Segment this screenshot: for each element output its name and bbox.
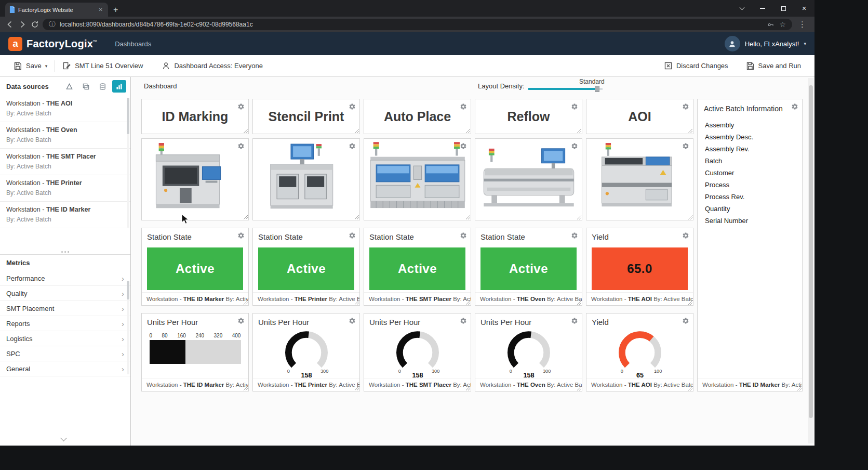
save-button[interactable]: Save ▾: [8, 55, 52, 76]
metrics-scrollbar[interactable]: [127, 281, 129, 374]
metrics-item-quality[interactable]: Quality›: [0, 286, 130, 301]
back-button[interactable]: [5, 20, 15, 29]
widget-settings-gear-icon[interactable]: [349, 317, 356, 324]
datasource-filter-variables-button[interactable]: [62, 80, 76, 93]
widget-settings-gear-icon[interactable]: [682, 142, 689, 150]
data-source-item-printer[interactable]: Workstation - THE Printer By: Active Bat…: [0, 175, 130, 202]
datasource-filter-chart-button[interactable]: [112, 80, 126, 93]
widget-settings-gear-icon[interactable]: [682, 317, 689, 324]
new-tab-button[interactable]: +: [108, 5, 124, 17]
widget-settings-gear-icon[interactable]: [237, 317, 245, 324]
window-close-button[interactable]: ✕: [794, 0, 814, 17]
refresh-button[interactable]: [30, 20, 39, 29]
data-source-item-smt-placer[interactable]: Workstation - THE SMT Placer By: Active …: [0, 149, 130, 175]
widget-settings-gear-icon[interactable]: [349, 232, 356, 239]
widget-settings-gear-icon[interactable]: [237, 142, 245, 150]
widget-units-per-hour[interactable]: Units Per Hour 0 300 158 Workstation - T…: [252, 313, 360, 391]
scroll-down-indicator-icon[interactable]: [60, 435, 67, 441]
widget-title-auto-place[interactable]: Auto Place: [364, 99, 471, 134]
metrics-item-spc[interactable]: SPC›: [0, 346, 130, 361]
widget-machine-image-id-marker[interactable]: [141, 138, 249, 220]
widget-title-aoi[interactable]: AOI: [586, 99, 693, 134]
widget-active-batch-information[interactable]: Active Batch Information Assembly Assemb…: [697, 99, 803, 391]
widget-settings-gear-icon[interactable]: [682, 103, 689, 110]
widget-machine-image-aoi[interactable]: [586, 138, 693, 220]
metrics-item-performance[interactable]: Performance›: [0, 271, 130, 286]
widget-settings-gear-icon[interactable]: [571, 103, 578, 110]
resize-handle[interactable]: [354, 214, 359, 219]
resize-handle[interactable]: [576, 128, 581, 133]
widget-yield[interactable]: Yield 65.0 Workstation - THE AOI By: Act…: [586, 228, 693, 306]
tab-close-icon[interactable]: ✕: [98, 7, 104, 12]
widget-units-per-hour[interactable]: Units Per Hour 0 80 160 240 320 400: [141, 313, 249, 391]
widget-settings-gear-icon[interactable]: [571, 142, 578, 150]
user-greeting[interactable]: Hello, FLxAnalyst!: [745, 40, 799, 48]
widget-settings-gear-icon[interactable]: [571, 317, 578, 324]
resize-handle[interactable]: [243, 214, 248, 219]
browser-menu-icon[interactable]: ⋮: [795, 20, 809, 29]
data-sources-scrollbar[interactable]: [127, 98, 129, 228]
widget-units-per-hour[interactable]: Units Per Hour 0 300 158 Workstation - T…: [364, 313, 471, 391]
widget-station-state[interactable]: Station State Active Workstation - THE S…: [364, 228, 471, 306]
metrics-item-smt-placement[interactable]: SMT Placement›: [0, 301, 130, 316]
datasource-filter-database-button[interactable]: [96, 80, 110, 93]
widget-units-per-hour[interactable]: Units Per Hour 0 300 158 Workstation - T…: [475, 313, 582, 391]
datasource-filter-layers-button[interactable]: [79, 80, 93, 93]
widget-title-stencil-print[interactable]: Stencil Print: [252, 99, 360, 134]
data-source-item-oven[interactable]: Workstation - THE Oven By: Active Batch: [0, 122, 130, 149]
main-vertical-scrollbar[interactable]: [808, 78, 813, 443]
widget-settings-gear-icon[interactable]: [349, 142, 356, 150]
widget-settings-gear-icon[interactable]: [237, 103, 245, 110]
resize-handle[interactable]: [465, 214, 470, 219]
widget-machine-image-printer[interactable]: [252, 138, 360, 220]
metrics-item-reports[interactable]: Reports›: [0, 316, 130, 331]
resize-handle[interactable]: [687, 128, 692, 133]
svg-text:0: 0: [509, 369, 512, 374]
tab-search-button[interactable]: [731, 0, 752, 17]
widget-station-state[interactable]: Station State Active Workstation - THE I…: [141, 228, 249, 306]
data-source-item-aoi[interactable]: Workstation - THE AOI By: Active Batch: [0, 96, 130, 122]
resize-handle[interactable]: [687, 214, 692, 219]
widget-title-id-marking[interactable]: ID Marking: [141, 99, 249, 134]
data-source-item-id-marker[interactable]: Workstation - THE ID Marker By: Active B…: [0, 202, 130, 228]
widget-settings-gear-icon[interactable]: [460, 317, 467, 324]
resize-handle[interactable]: [354, 128, 359, 133]
widget-settings-gear-icon[interactable]: [571, 232, 578, 239]
widget-settings-gear-icon[interactable]: [460, 103, 467, 110]
widget-settings-gear-icon[interactable]: [682, 232, 689, 239]
bookmark-star-icon[interactable]: ☆: [779, 20, 786, 29]
discard-changes-button[interactable]: Discard Changes: [659, 61, 733, 70]
widget-station-state[interactable]: Station State Active Workstation - THE O…: [475, 228, 582, 306]
password-key-icon[interactable]: [767, 21, 775, 29]
widget-yield-gauge[interactable]: Yield 0 100 65 Workstation - THE AOI By:…: [586, 313, 693, 391]
user-avatar[interactable]: [725, 36, 740, 51]
resize-handle[interactable]: [465, 128, 470, 133]
widget-title-reflow[interactable]: Reflow: [475, 99, 582, 134]
chevron-down-icon[interactable]: ▾: [804, 41, 806, 46]
dashboard-name-button[interactable]: SMT Line 51 Overview: [57, 55, 148, 76]
widget-station-state[interactable]: Station State Active Workstation - THE P…: [252, 228, 360, 306]
widget-settings-gear-icon[interactable]: [791, 103, 798, 110]
metrics-item-general[interactable]: General›: [0, 361, 130, 376]
widget-settings-gear-icon[interactable]: [237, 232, 245, 239]
site-info-icon[interactable]: ⓘ: [49, 20, 56, 29]
address-bar[interactable]: ⓘ localhost:8090/dashboards/d84b4786-69f…: [43, 19, 792, 30]
widget-settings-gear-icon[interactable]: [349, 103, 356, 110]
window-maximize-button[interactable]: [773, 0, 794, 17]
nav-dashboards[interactable]: Dashboards: [115, 40, 151, 48]
panel-resize-handle[interactable]: [0, 249, 130, 254]
widget-settings-gear-icon[interactable]: [460, 232, 467, 239]
density-slider-thumb[interactable]: [595, 86, 599, 92]
dashboard-access-button[interactable]: Dashboard Access: Everyone: [156, 55, 268, 76]
widget-settings-gear-icon[interactable]: [460, 142, 467, 150]
layout-density-slider[interactable]: [528, 88, 603, 90]
browser-tab[interactable]: FactoryLogix Website ✕: [5, 3, 108, 17]
forward-button[interactable]: [18, 20, 27, 29]
window-minimize-button[interactable]: [752, 0, 773, 17]
widget-machine-image-oven[interactable]: [475, 138, 582, 220]
widget-machine-image-smt-placer[interactable]: [364, 138, 471, 220]
metrics-item-logistics[interactable]: Logistics›: [0, 331, 130, 346]
resize-handle[interactable]: [576, 214, 581, 219]
resize-handle[interactable]: [243, 128, 248, 133]
save-and-run-button[interactable]: Save and Run: [741, 61, 806, 70]
